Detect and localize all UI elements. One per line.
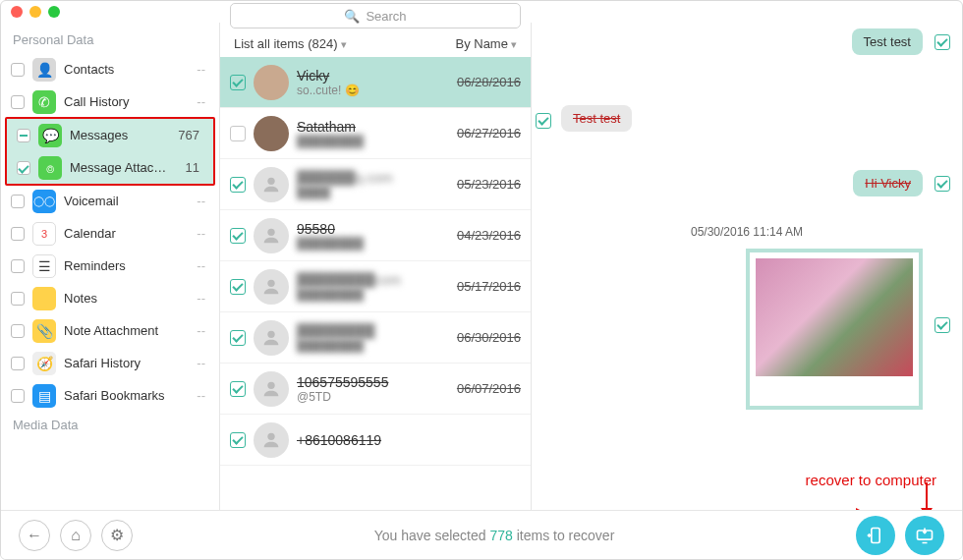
footer-bar: ← ⌂ ⚙ You have selected 778 items to rec… bbox=[1, 510, 962, 559]
contact-name: ██████q.com bbox=[297, 170, 449, 186]
settings-button[interactable]: ⚙ bbox=[101, 520, 133, 551]
message-date: 06/27/2016 bbox=[457, 126, 521, 140]
sidebar-item-calendar[interactable]: 3 Calendar -- bbox=[1, 217, 219, 250]
contact-name: 95580 bbox=[297, 221, 449, 237]
sidebar-item-note-attachment[interactable]: 📎 Note Attachment -- bbox=[1, 314, 219, 347]
checkbox[interactable] bbox=[11, 195, 25, 208]
search-input[interactable]: 🔍 Search bbox=[230, 3, 521, 28]
sidebar-item-messages[interactable]: 💬 Messages 767 bbox=[7, 119, 213, 151]
message-preview: @5TD bbox=[297, 390, 449, 404]
avatar bbox=[254, 269, 289, 305]
sidebar-item-contacts[interactable]: 👤 Contacts -- bbox=[1, 53, 219, 85]
bubble-checkbox[interactable] bbox=[935, 317, 950, 333]
svg-point-0 bbox=[267, 177, 274, 184]
sidebar-count: -- bbox=[197, 323, 205, 338]
svg-point-2 bbox=[267, 279, 274, 286]
sidebar-label: Note Attachment bbox=[64, 323, 189, 338]
row-checkbox[interactable] bbox=[230, 75, 246, 90]
back-button[interactable]: ← bbox=[19, 520, 50, 551]
message-row[interactable]: Satatham ████████ 06/27/2016 bbox=[220, 108, 531, 159]
safari-bookmarks-icon: ▤ bbox=[32, 384, 56, 408]
footer-post: items to recover bbox=[513, 528, 614, 543]
row-checkbox[interactable] bbox=[230, 330, 246, 346]
sidebar-section-media: Media Data bbox=[1, 412, 219, 438]
sidebar-label: Contacts bbox=[64, 62, 189, 77]
checkbox[interactable] bbox=[11, 389, 25, 403]
row-checkbox[interactable] bbox=[230, 432, 246, 448]
recover-to-phone-button[interactable] bbox=[856, 516, 895, 555]
chat-bubble-in[interactable]: Test test bbox=[561, 105, 632, 132]
chat-image-attachment[interactable] bbox=[746, 249, 923, 410]
message-row[interactable]: +8610086119 bbox=[220, 415, 531, 466]
close-icon[interactable] bbox=[11, 6, 23, 18]
sidebar-item-reminders[interactable]: ☰ Reminders -- bbox=[1, 250, 219, 282]
chat-timestamp: 05/30/2016 11:14 AM bbox=[691, 225, 803, 239]
row-checkbox[interactable] bbox=[230, 279, 246, 295]
image-content bbox=[756, 258, 913, 376]
contact-name: Satatham bbox=[297, 119, 449, 135]
sidebar-count: -- bbox=[197, 388, 205, 403]
message-row[interactable]: ████████ ████████ 06/30/2016 bbox=[220, 312, 531, 364]
chat-bubble-out[interactable]: Hi Vicky bbox=[853, 170, 923, 196]
row-info: +8610086119 bbox=[297, 432, 521, 448]
avatar bbox=[254, 422, 289, 458]
avatar bbox=[254, 218, 289, 253]
message-date: 06/30/2016 bbox=[457, 330, 521, 345]
checkbox[interactable] bbox=[11, 292, 25, 306]
message-preview: ████████ bbox=[297, 237, 449, 251]
calendar-icon: 3 bbox=[32, 222, 56, 246]
message-row[interactable]: 95580 ████████ 04/23/2016 bbox=[220, 210, 531, 261]
row-checkbox[interactable] bbox=[230, 228, 246, 244]
bubble-checkbox[interactable] bbox=[536, 113, 551, 129]
checkbox-partial[interactable] bbox=[17, 129, 30, 142]
message-row[interactable]: ████████com ████████ 05/17/2016 bbox=[220, 261, 531, 312]
recover-to-computer-button[interactable] bbox=[905, 516, 944, 555]
maximize-icon[interactable] bbox=[48, 6, 60, 18]
sidebar-item-safari-bookmarks[interactable]: ▤ Safari Bookmarks -- bbox=[1, 379, 219, 412]
row-checkbox[interactable] bbox=[230, 177, 246, 193]
chat-bubble-out[interactable]: Test test bbox=[852, 28, 923, 55]
message-preview: ████████ bbox=[297, 339, 449, 353]
message-date: 04/23/2016 bbox=[457, 228, 521, 243]
contact-name: ████████com bbox=[297, 272, 449, 288]
sidebar-section-personal: Personal Data bbox=[1, 27, 219, 53]
svg-marker-9 bbox=[921, 508, 933, 510]
sidebar-label: Call History bbox=[64, 94, 189, 109]
phone-icon: ✆ bbox=[32, 90, 56, 114]
sidebar-label: Reminders bbox=[64, 258, 189, 273]
message-row[interactable]: 106575595555 @5TD 06/07/2016 bbox=[220, 364, 531, 415]
sidebar-item-safari-history[interactable]: 🧭 Safari History -- bbox=[1, 347, 219, 379]
checkbox[interactable] bbox=[11, 259, 25, 273]
sidebar-count: -- bbox=[197, 94, 205, 109]
sidebar-count: 767 bbox=[178, 128, 199, 142]
checkbox[interactable] bbox=[11, 324, 25, 338]
checkbox[interactable] bbox=[11, 227, 25, 241]
message-row[interactable]: Vicky so..cute! 😊 06/28/2016 bbox=[220, 57, 531, 108]
app-window: Personal Data 👤 Contacts -- ✆ Call Histo… bbox=[0, 0, 963, 560]
message-date: 06/07/2016 bbox=[457, 381, 521, 396]
message-row[interactable]: ██████q.com ████ 05/23/2016 bbox=[220, 159, 531, 210]
checkbox[interactable] bbox=[11, 63, 25, 77]
notes-icon bbox=[32, 287, 56, 310]
checkbox[interactable] bbox=[11, 95, 25, 109]
sidebar-count: -- bbox=[197, 356, 205, 370]
row-checkbox[interactable] bbox=[230, 126, 246, 141]
home-button[interactable]: ⌂ bbox=[60, 520, 91, 551]
list-filter-dropdown[interactable]: List all items (824) bbox=[234, 36, 347, 51]
sidebar-item-message-attach[interactable]: ⌾ Message Attac… 11 bbox=[7, 151, 213, 184]
sidebar-item-notes[interactable]: Notes -- bbox=[1, 282, 219, 314]
checkbox-checked[interactable] bbox=[17, 161, 30, 175]
contact-name: +8610086119 bbox=[297, 432, 521, 448]
bubble-checkbox[interactable] bbox=[935, 176, 950, 192]
sidebar-count: -- bbox=[197, 62, 205, 77]
sort-dropdown[interactable]: By Name bbox=[455, 36, 517, 51]
sidebar-label: Calendar bbox=[64, 226, 189, 241]
footer-pre: You have selected bbox=[374, 528, 490, 543]
minimize-icon[interactable] bbox=[29, 6, 41, 18]
bubble-checkbox[interactable] bbox=[935, 34, 950, 50]
checkbox[interactable] bbox=[11, 357, 25, 370]
row-checkbox[interactable] bbox=[230, 381, 246, 397]
sidebar-item-call-history[interactable]: ✆ Call History -- bbox=[1, 85, 219, 118]
sidebar-item-voicemail[interactable]: ◯◯ Voicemail -- bbox=[1, 185, 219, 217]
sidebar-label: Safari History bbox=[64, 356, 189, 370]
